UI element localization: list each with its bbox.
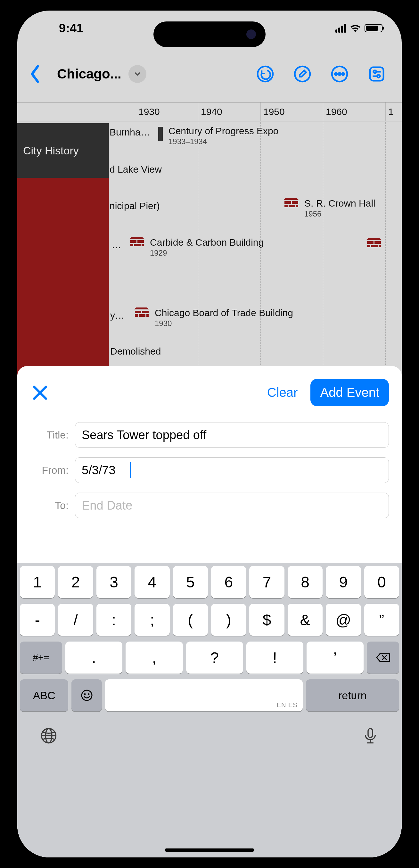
event-subtitle: 1933–1934: [169, 137, 279, 146]
timeline-event[interactable]: nicipal Pier): [110, 200, 160, 211]
to-date-input[interactable]: [75, 493, 389, 518]
timeline-ruler[interactable]: 1930 1940 1950 1960 1: [17, 102, 402, 121]
event-title: Century of Progress Expo: [169, 126, 279, 136]
key[interactable]: ): [211, 604, 246, 636]
ruler-tick: 1930: [136, 102, 198, 121]
section-body: [17, 178, 109, 375]
key[interactable]: 1: [20, 566, 55, 598]
key[interactable]: 0: [364, 566, 399, 598]
shift-key[interactable]: #+=: [20, 642, 62, 674]
microphone-icon[interactable]: [361, 727, 379, 745]
svg-rect-22: [375, 241, 381, 244]
chevron-down-icon: [133, 70, 142, 78]
key[interactable]: -: [20, 604, 55, 636]
timeline-event[interactable]: Century of Progress Expo 1933–1934: [158, 126, 279, 146]
brick-icon: [366, 238, 381, 249]
close-button[interactable]: [30, 383, 50, 403]
svg-rect-13: [285, 205, 288, 207]
key[interactable]: !: [246, 642, 303, 674]
event-subtitle: 1956: [304, 210, 376, 218]
backspace-key[interactable]: [367, 642, 399, 674]
return-key[interactable]: return: [306, 679, 399, 711]
svg-point-1: [295, 66, 310, 82]
ruler-tick: 1950: [261, 102, 323, 121]
text-cursor: [130, 462, 131, 478]
space-key[interactable]: EN ES: [105, 679, 302, 711]
key[interactable]: 8: [288, 566, 323, 598]
timeline-event[interactable]: Chicago Board of Trade Building 1930: [134, 308, 293, 328]
page-title[interactable]: Chicago...: [57, 66, 121, 82]
ruler-tick: 1: [386, 102, 402, 121]
key[interactable]: ,: [126, 642, 183, 674]
key[interactable]: .: [65, 642, 122, 674]
svg-rect-24: [371, 245, 378, 247]
cellular-signal-icon: [335, 24, 346, 33]
keyboard: 1234567890 -/:;()$&@” #+= . , ? ! ’: [17, 563, 402, 858]
battery-icon: [364, 24, 383, 32]
key[interactable]: 3: [96, 566, 131, 598]
filters-button[interactable]: [368, 65, 386, 83]
dynamic-island: [153, 22, 266, 47]
ruler-tick: 1940: [198, 102, 261, 121]
emoji-key[interactable]: [71, 679, 102, 711]
abc-key[interactable]: ABC: [20, 679, 68, 711]
key[interactable]: ’: [306, 642, 364, 674]
compose-button[interactable]: [293, 65, 311, 83]
event-subtitle: 1929: [150, 249, 264, 257]
section-header[interactable]: City History: [17, 123, 109, 178]
key[interactable]: 2: [58, 566, 93, 598]
svg-rect-20: [142, 244, 144, 246]
timeline-event[interactable]: Burnha…: [110, 127, 154, 138]
from-label: From:: [30, 464, 68, 476]
brick-icon: [134, 308, 149, 319]
key[interactable]: ”: [364, 604, 399, 636]
from-date-input[interactable]: [75, 457, 389, 483]
emoji-icon: [81, 689, 93, 702]
title-input[interactable]: [75, 422, 389, 448]
key[interactable]: (: [173, 604, 208, 636]
key[interactable]: @: [326, 604, 361, 636]
svg-rect-29: [139, 314, 145, 317]
svg-rect-18: [130, 244, 133, 246]
timeline-event[interactable]: Demolished: [110, 346, 161, 357]
key[interactable]: 5: [173, 566, 208, 598]
timeline-event[interactable]: y…: [110, 310, 125, 321]
svg-rect-25: [379, 245, 381, 247]
key[interactable]: &: [288, 604, 323, 636]
key[interactable]: 4: [134, 566, 170, 598]
key[interactable]: ;: [134, 604, 170, 636]
more-button[interactable]: [331, 65, 349, 83]
back-button[interactable]: [27, 64, 43, 84]
home-indicator[interactable]: [164, 848, 255, 852]
svg-rect-28: [135, 314, 138, 317]
key[interactable]: /: [58, 604, 93, 636]
ruler-tick: 1960: [323, 102, 386, 121]
title-label: Title:: [30, 429, 68, 441]
event-marker: [158, 127, 163, 141]
add-event-button[interactable]: Add Event: [310, 379, 389, 406]
svg-point-4: [338, 73, 341, 75]
globe-icon[interactable]: [40, 727, 58, 745]
navigation-bar: Chicago...: [17, 46, 402, 102]
wifi-icon: [350, 24, 361, 32]
timeline-event[interactable]: S. R. Crown Hall 1956: [284, 198, 376, 218]
svg-rect-23: [367, 245, 370, 247]
svg-rect-26: [135, 311, 141, 313]
key[interactable]: ?: [186, 642, 243, 674]
clear-button[interactable]: Clear: [267, 385, 298, 400]
svg-rect-21: [367, 241, 373, 244]
undo-button[interactable]: [256, 65, 274, 83]
key[interactable]: $: [249, 604, 284, 636]
timeline-canvas[interactable]: City History Burnha… Century of Progress…: [17, 122, 402, 375]
key[interactable]: 9: [326, 566, 361, 598]
title-dropdown[interactable]: [128, 65, 146, 83]
key[interactable]: 7: [249, 566, 284, 598]
add-event-sheet: Clear Add Event Title: From: To:: [17, 366, 402, 858]
timeline-event[interactable]: … Carbide & Carbon Building 1929: [129, 237, 264, 257]
svg-rect-17: [138, 240, 144, 243]
svg-point-5: [342, 73, 345, 75]
event-subtitle: 1930: [155, 319, 293, 328]
key[interactable]: 6: [211, 566, 246, 598]
timeline-event[interactable]: d Lake View: [110, 164, 162, 175]
key[interactable]: :: [96, 604, 131, 636]
